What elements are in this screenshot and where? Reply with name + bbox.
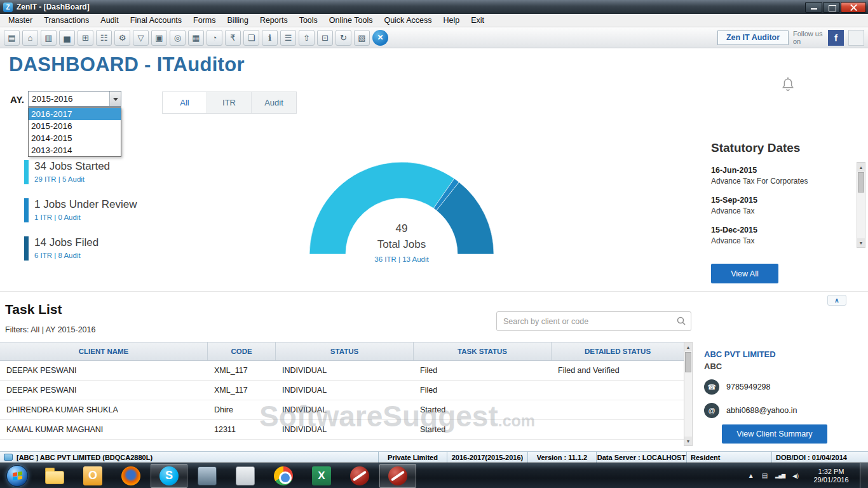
toolbar-form-icon[interactable]: ▤ [4, 30, 20, 46]
statutory-scrollbar[interactable]: ▲ ▼ [857, 162, 865, 248]
scrollbar-thumb[interactable] [858, 172, 864, 193]
close-window-icon[interactable] [841, 2, 866, 13]
volume-icon[interactable]: ◀) [792, 473, 799, 479]
table-cell: KAMAL ENTERPRISES PVT LTD [0, 440, 208, 446]
toolbar-clock-icon[interactable]: ◔ [207, 30, 222, 46]
stat-title: 34 Jobs Started [34, 160, 110, 173]
table-cell: DEEPAK PESWANI [0, 381, 208, 400]
table-scrollbar[interactable]: ▲ ▼ [684, 342, 693, 446]
collapse-chevron-up-icon[interactable]: ∧ [827, 295, 846, 306]
toolbar-tools-icon[interactable]: ⚙ [114, 30, 130, 46]
table-row[interactable]: KAMAL ENTERPRISES PVT LTDKamalPUBLIC LIM… [0, 440, 684, 446]
table-cell: INDIVIDUAL [276, 381, 414, 400]
taskbar-zen-red-2-icon[interactable] [379, 464, 416, 488]
menu-item-final-accounts[interactable]: Final Accounts [125, 15, 187, 26]
tray-app-icon[interactable]: ▤ [762, 472, 768, 479]
scroll-up-icon[interactable]: ▲ [857, 163, 865, 172]
view-all-button[interactable]: View All [711, 264, 778, 283]
toolbar-company-icon[interactable]: ▥ [41, 30, 57, 46]
toolbar-info-icon[interactable]: ℹ [262, 30, 278, 46]
menu-item-reports[interactable]: Reports [254, 15, 294, 26]
search-icon[interactable] [676, 316, 686, 326]
column-header-code[interactable]: CODE [208, 342, 276, 360]
taskbar-app-window-icon[interactable] [189, 464, 226, 488]
table-cell: Started [414, 420, 552, 439]
taskbar-skype-icon[interactable]: S [151, 464, 187, 488]
menu-item-tools[interactable]: Tools [294, 15, 323, 26]
taskbar-excel-icon[interactable]: X [303, 464, 340, 488]
taskbar-chrome-icon[interactable] [265, 464, 302, 488]
taskbar-explorer-icon[interactable] [36, 464, 73, 488]
column-header-client-name[interactable]: CLIENT NAME [0, 342, 208, 360]
stat-title: 14 Jobs Filed [34, 236, 98, 249]
taskbar-clock[interactable]: 1:32 PM 29/01/2016 [806, 468, 857, 484]
toolbar-image-icon[interactable]: ▧ [354, 30, 370, 46]
minimize-icon[interactable] [805, 2, 822, 13]
menu-item-quick-access[interactable]: Quick Access [378, 15, 437, 26]
start-button-icon[interactable] [6, 465, 28, 487]
tab-audit[interactable]: Audit [252, 92, 296, 113]
taskbar-firefox-icon[interactable] [112, 464, 149, 488]
client-summary-panel: ABC PVT LIMITED ABC ☎ 9785949298 @ abhi0… [704, 349, 864, 418]
taskbar-app-console-icon[interactable] [227, 464, 264, 488]
menu-item-forms[interactable]: Forms [187, 15, 221, 26]
table-row[interactable]: DEEPAK PESWANIXML_117INDIVIDUALFiled [0, 381, 684, 400]
table-cell: XML_117 [208, 381, 276, 400]
ay-select[interactable]: 2015-2016 [28, 91, 121, 107]
ay-option-2013-2014[interactable]: 2013-2014 [29, 144, 121, 156]
toolbar-export-icon[interactable]: ⇧ [299, 30, 315, 46]
menu-item-billing[interactable]: Billing [222, 15, 254, 26]
menu-item-online-tools[interactable]: Online Tools [323, 15, 379, 26]
toolbar-calendar-grid-icon[interactable]: ⊞ [78, 30, 93, 46]
table-row[interactable]: DEEPAK PESWANIXML_117INDIVIDUALFiledFile… [0, 361, 684, 381]
toolbar-pay-icon[interactable]: ₹ [225, 30, 241, 46]
stat-item-0: 34 Jobs Started29 ITR | 5 Audit [24, 160, 137, 185]
tab-all[interactable]: All [163, 92, 207, 113]
taskbar-outlook-icon[interactable]: O [74, 464, 111, 488]
toolbar-journal-icon[interactable]: ☰ [280, 30, 296, 46]
show-desktop-button[interactable] [860, 463, 868, 488]
toolbar-clients-icon[interactable]: ☷ [96, 30, 112, 46]
tab-itr[interactable]: ITR [207, 92, 252, 113]
column-header-status[interactable]: STATUS [276, 342, 414, 360]
menu-item-transactions[interactable]: Transactions [38, 15, 95, 26]
toolbar-filter-icon[interactable]: ▽ [133, 30, 149, 46]
ay-option-2015-2016[interactable]: 2015-2016 [29, 120, 121, 132]
client-name: ABC PVT LIMITED [704, 349, 864, 359]
tray-expand-icon[interactable]: ▲ [748, 472, 754, 479]
menu-item-exit[interactable]: Exit [465, 15, 490, 26]
column-header-detailed-status[interactable]: DETAILED STATUS [552, 342, 684, 360]
toolbar-home-icon[interactable]: ⌂ [22, 30, 38, 46]
toolbar-table-icon[interactable]: ▦ [188, 30, 204, 46]
toolbar-close-icon[interactable]: ✕ [372, 30, 388, 46]
scrollbar-thumb[interactable] [685, 352, 691, 372]
toolbar-chart-icon[interactable]: ▅ [59, 30, 75, 46]
ay-option-2016-2017[interactable]: 2016-2017 [29, 108, 121, 120]
scroll-down-icon[interactable]: ▼ [857, 238, 865, 247]
toolbar-document-icon[interactable]: ❏ [243, 30, 259, 46]
column-header-task-status[interactable]: TASK STATUS [414, 342, 552, 360]
taskbar-zen-red-1-icon[interactable] [341, 464, 378, 488]
social-icon[interactable] [848, 30, 864, 46]
table-row[interactable]: KAMAL KUMAR MAGHANI12311INDIVIDUALStarte… [0, 420, 684, 440]
search-input[interactable] [496, 311, 691, 331]
maximize-icon[interactable] [823, 2, 840, 13]
table-row[interactable]: DHIRENDRA KUMAR SHUKLADhireINDIVIDUALSta… [0, 400, 684, 420]
toolbar-calendar-icon[interactable]: ⊡ [317, 30, 333, 46]
menu-item-audit[interactable]: Audit [95, 15, 125, 26]
toolbar-disc-icon[interactable]: ◎ [170, 30, 186, 46]
facebook-icon[interactable]: f [828, 30, 844, 46]
combo-dropdown-icon[interactable] [109, 92, 121, 106]
menu-item-master[interactable]: Master [3, 15, 38, 26]
notification-bell-icon[interactable] [780, 76, 796, 93]
stat-title: 1 Jobs Under Review [34, 198, 137, 211]
toolbar-monitor-icon[interactable]: ▣ [151, 30, 167, 46]
scroll-up-icon[interactable]: ▲ [684, 342, 692, 351]
scroll-down-icon[interactable]: ▼ [684, 437, 692, 445]
network-icon[interactable]: ▂▄▆ [775, 473, 785, 478]
toolbar-sync-icon[interactable]: ↻ [336, 30, 351, 46]
view-client-summary-button[interactable]: View Client Summary [722, 424, 827, 444]
total-jobs-detail: 36 ITR | 13 Audit [338, 255, 465, 263]
ay-option-2014-2015[interactable]: 2014-2015 [29, 132, 121, 144]
menu-item-help[interactable]: Help [437, 15, 465, 26]
